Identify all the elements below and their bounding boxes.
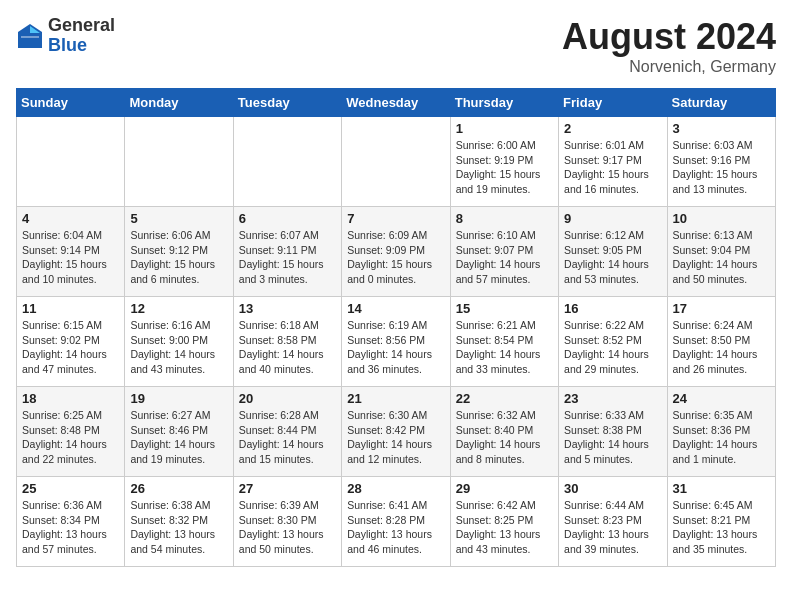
cell-text: Sunrise: 6:01 AM Sunset: 9:17 PM Dayligh… — [564, 138, 661, 197]
calendar-cell — [125, 117, 233, 207]
day-number: 17 — [673, 301, 770, 316]
cell-text: Sunrise: 6:28 AM Sunset: 8:44 PM Dayligh… — [239, 408, 336, 467]
day-number: 21 — [347, 391, 444, 406]
day-number: 2 — [564, 121, 661, 136]
calendar-cell: 16Sunrise: 6:22 AM Sunset: 8:52 PM Dayli… — [559, 297, 667, 387]
day-number: 31 — [673, 481, 770, 496]
day-number: 1 — [456, 121, 553, 136]
day-number: 10 — [673, 211, 770, 226]
calendar-cell — [342, 117, 450, 207]
cell-text: Sunrise: 6:24 AM Sunset: 8:50 PM Dayligh… — [673, 318, 770, 377]
calendar-cell: 12Sunrise: 6:16 AM Sunset: 9:00 PM Dayli… — [125, 297, 233, 387]
day-number: 25 — [22, 481, 119, 496]
cell-text: Sunrise: 6:27 AM Sunset: 8:46 PM Dayligh… — [130, 408, 227, 467]
svg-rect-2 — [21, 36, 39, 38]
cell-text: Sunrise: 6:35 AM Sunset: 8:36 PM Dayligh… — [673, 408, 770, 467]
logo-general-text: General — [48, 16, 115, 36]
calendar-cell: 8Sunrise: 6:10 AM Sunset: 9:07 PM Daylig… — [450, 207, 558, 297]
cell-text: Sunrise: 6:33 AM Sunset: 8:38 PM Dayligh… — [564, 408, 661, 467]
day-number: 20 — [239, 391, 336, 406]
calendar-week-1: 4Sunrise: 6:04 AM Sunset: 9:14 PM Daylig… — [17, 207, 776, 297]
calendar-cell: 24Sunrise: 6:35 AM Sunset: 8:36 PM Dayli… — [667, 387, 775, 477]
cell-text: Sunrise: 6:44 AM Sunset: 8:23 PM Dayligh… — [564, 498, 661, 557]
logo-text: General Blue — [48, 16, 115, 56]
cell-text: Sunrise: 6:03 AM Sunset: 9:16 PM Dayligh… — [673, 138, 770, 197]
cell-text: Sunrise: 6:00 AM Sunset: 9:19 PM Dayligh… — [456, 138, 553, 197]
calendar-cell: 20Sunrise: 6:28 AM Sunset: 8:44 PM Dayli… — [233, 387, 341, 477]
page-header: General Blue August 2024 Norvenich, Germ… — [16, 16, 776, 76]
calendar-header: SundayMondayTuesdayWednesdayThursdayFrid… — [17, 89, 776, 117]
calendar-cell: 31Sunrise: 6:45 AM Sunset: 8:21 PM Dayli… — [667, 477, 775, 567]
calendar-cell: 23Sunrise: 6:33 AM Sunset: 8:38 PM Dayli… — [559, 387, 667, 477]
cell-text: Sunrise: 6:07 AM Sunset: 9:11 PM Dayligh… — [239, 228, 336, 287]
calendar-cell: 29Sunrise: 6:42 AM Sunset: 8:25 PM Dayli… — [450, 477, 558, 567]
calendar-cell: 14Sunrise: 6:19 AM Sunset: 8:56 PM Dayli… — [342, 297, 450, 387]
calendar-cell: 6Sunrise: 6:07 AM Sunset: 9:11 PM Daylig… — [233, 207, 341, 297]
calendar-location: Norvenich, Germany — [562, 58, 776, 76]
day-number: 16 — [564, 301, 661, 316]
cell-text: Sunrise: 6:41 AM Sunset: 8:28 PM Dayligh… — [347, 498, 444, 557]
day-number: 19 — [130, 391, 227, 406]
calendar-cell: 22Sunrise: 6:32 AM Sunset: 8:40 PM Dayli… — [450, 387, 558, 477]
header-day-tuesday: Tuesday — [233, 89, 341, 117]
day-number: 12 — [130, 301, 227, 316]
header-day-friday: Friday — [559, 89, 667, 117]
day-number: 11 — [22, 301, 119, 316]
cell-text: Sunrise: 6:30 AM Sunset: 8:42 PM Dayligh… — [347, 408, 444, 467]
cell-text: Sunrise: 6:06 AM Sunset: 9:12 PM Dayligh… — [130, 228, 227, 287]
logo: General Blue — [16, 16, 115, 56]
cell-text: Sunrise: 6:22 AM Sunset: 8:52 PM Dayligh… — [564, 318, 661, 377]
calendar-title: August 2024 — [562, 16, 776, 58]
day-number: 8 — [456, 211, 553, 226]
calendar-cell: 3Sunrise: 6:03 AM Sunset: 9:16 PM Daylig… — [667, 117, 775, 207]
calendar-week-3: 18Sunrise: 6:25 AM Sunset: 8:48 PM Dayli… — [17, 387, 776, 477]
cell-text: Sunrise: 6:21 AM Sunset: 8:54 PM Dayligh… — [456, 318, 553, 377]
calendar-cell: 2Sunrise: 6:01 AM Sunset: 9:17 PM Daylig… — [559, 117, 667, 207]
calendar-cell: 26Sunrise: 6:38 AM Sunset: 8:32 PM Dayli… — [125, 477, 233, 567]
calendar-cell: 17Sunrise: 6:24 AM Sunset: 8:50 PM Dayli… — [667, 297, 775, 387]
day-number: 30 — [564, 481, 661, 496]
calendar-cell: 30Sunrise: 6:44 AM Sunset: 8:23 PM Dayli… — [559, 477, 667, 567]
day-number: 28 — [347, 481, 444, 496]
cell-text: Sunrise: 6:18 AM Sunset: 8:58 PM Dayligh… — [239, 318, 336, 377]
day-number: 18 — [22, 391, 119, 406]
day-number: 4 — [22, 211, 119, 226]
calendar-week-0: 1Sunrise: 6:00 AM Sunset: 9:19 PM Daylig… — [17, 117, 776, 207]
cell-text: Sunrise: 6:10 AM Sunset: 9:07 PM Dayligh… — [456, 228, 553, 287]
calendar-cell: 5Sunrise: 6:06 AM Sunset: 9:12 PM Daylig… — [125, 207, 233, 297]
calendar-cell: 19Sunrise: 6:27 AM Sunset: 8:46 PM Dayli… — [125, 387, 233, 477]
day-number: 13 — [239, 301, 336, 316]
cell-text: Sunrise: 6:25 AM Sunset: 8:48 PM Dayligh… — [22, 408, 119, 467]
cell-text: Sunrise: 6:12 AM Sunset: 9:05 PM Dayligh… — [564, 228, 661, 287]
cell-text: Sunrise: 6:45 AM Sunset: 8:21 PM Dayligh… — [673, 498, 770, 557]
cell-text: Sunrise: 6:38 AM Sunset: 8:32 PM Dayligh… — [130, 498, 227, 557]
calendar-cell: 4Sunrise: 6:04 AM Sunset: 9:14 PM Daylig… — [17, 207, 125, 297]
calendar-cell: 9Sunrise: 6:12 AM Sunset: 9:05 PM Daylig… — [559, 207, 667, 297]
calendar-cell: 1Sunrise: 6:00 AM Sunset: 9:19 PM Daylig… — [450, 117, 558, 207]
title-block: August 2024 Norvenich, Germany — [562, 16, 776, 76]
header-day-wednesday: Wednesday — [342, 89, 450, 117]
calendar-table: SundayMondayTuesdayWednesdayThursdayFrid… — [16, 88, 776, 567]
calendar-cell: 21Sunrise: 6:30 AM Sunset: 8:42 PM Dayli… — [342, 387, 450, 477]
day-number: 22 — [456, 391, 553, 406]
cell-text: Sunrise: 6:13 AM Sunset: 9:04 PM Dayligh… — [673, 228, 770, 287]
cell-text: Sunrise: 6:42 AM Sunset: 8:25 PM Dayligh… — [456, 498, 553, 557]
day-number: 7 — [347, 211, 444, 226]
cell-text: Sunrise: 6:39 AM Sunset: 8:30 PM Dayligh… — [239, 498, 336, 557]
cell-text: Sunrise: 6:32 AM Sunset: 8:40 PM Dayligh… — [456, 408, 553, 467]
calendar-cell: 11Sunrise: 6:15 AM Sunset: 9:02 PM Dayli… — [17, 297, 125, 387]
calendar-cell: 15Sunrise: 6:21 AM Sunset: 8:54 PM Dayli… — [450, 297, 558, 387]
day-number: 26 — [130, 481, 227, 496]
header-day-thursday: Thursday — [450, 89, 558, 117]
calendar-cell: 27Sunrise: 6:39 AM Sunset: 8:30 PM Dayli… — [233, 477, 341, 567]
cell-text: Sunrise: 6:15 AM Sunset: 9:02 PM Dayligh… — [22, 318, 119, 377]
calendar-cell: 13Sunrise: 6:18 AM Sunset: 8:58 PM Dayli… — [233, 297, 341, 387]
day-number: 23 — [564, 391, 661, 406]
logo-icon — [16, 22, 44, 50]
calendar-cell: 28Sunrise: 6:41 AM Sunset: 8:28 PM Dayli… — [342, 477, 450, 567]
day-number: 29 — [456, 481, 553, 496]
cell-text: Sunrise: 6:04 AM Sunset: 9:14 PM Dayligh… — [22, 228, 119, 287]
cell-text: Sunrise: 6:19 AM Sunset: 8:56 PM Dayligh… — [347, 318, 444, 377]
header-day-sunday: Sunday — [17, 89, 125, 117]
calendar-cell: 25Sunrise: 6:36 AM Sunset: 8:34 PM Dayli… — [17, 477, 125, 567]
